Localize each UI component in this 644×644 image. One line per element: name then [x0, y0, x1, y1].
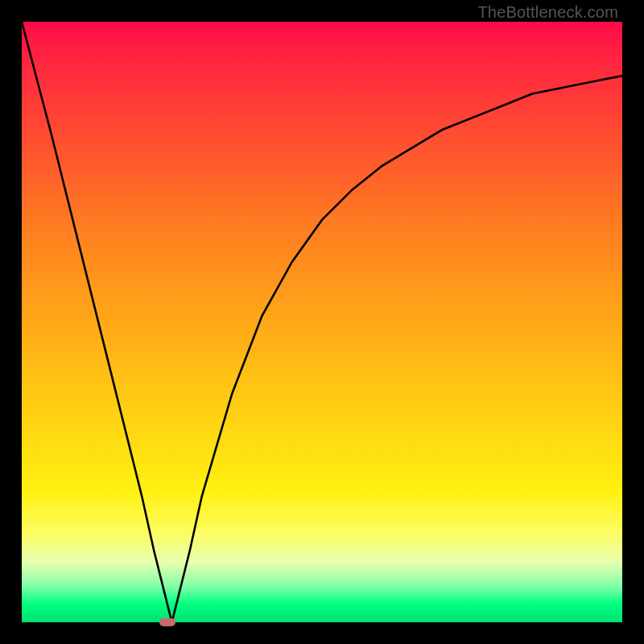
- optimum-marker: [159, 618, 175, 626]
- watermark-text: TheBottleneck.com: [477, 3, 618, 22]
- chart-frame: TheBottleneck.com: [0, 0, 644, 644]
- bottleneck-curve: [22, 22, 622, 622]
- plot-area: [22, 22, 622, 622]
- curve-layer: [22, 22, 622, 622]
